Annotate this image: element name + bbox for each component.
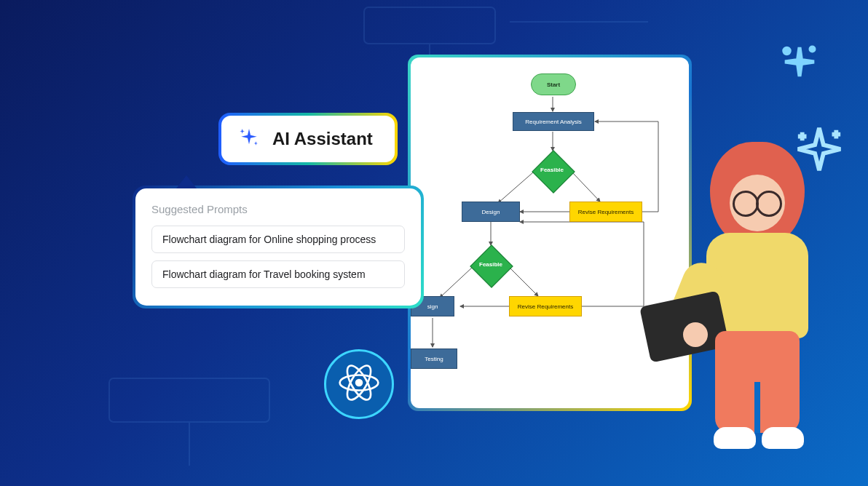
svg-point-4 bbox=[355, 379, 363, 387]
suggested-prompts-heading: Suggested Prompts bbox=[151, 203, 405, 215]
svg-rect-1 bbox=[109, 378, 269, 422]
ai-assistant-label: AI Assistant bbox=[272, 129, 373, 149]
flowchart-card: Start Requirement Analysis Feasible Desi… bbox=[408, 55, 692, 411]
glasses-icon bbox=[730, 194, 785, 212]
svg-point-3 bbox=[810, 47, 814, 51]
avatar-character bbox=[684, 142, 837, 455]
react-badge bbox=[324, 349, 394, 419]
svg-point-2 bbox=[784, 48, 790, 54]
flow-node-feasible-1[interactable] bbox=[532, 150, 575, 193]
svg-rect-0 bbox=[364, 7, 495, 44]
prompt-chip[interactable]: Flowchart diagram for Online shopping pr… bbox=[151, 226, 405, 253]
ai-assistant-pill[interactable]: AI Assistant bbox=[218, 113, 398, 165]
react-icon bbox=[338, 362, 380, 407]
suggested-prompts-panel: Suggested Prompts Flowchart diagram for … bbox=[133, 186, 424, 308]
flow-node-feasible-2[interactable] bbox=[470, 244, 513, 287]
flow-node-revise-1[interactable]: Revise Requirements bbox=[569, 202, 642, 222]
flow-node-testing[interactable]: Testing bbox=[411, 348, 457, 369]
sparkle-icon bbox=[237, 126, 261, 152]
sparkle-icon bbox=[778, 44, 821, 87]
prompt-chip[interactable]: Flowchart diagram for Travel booking sys… bbox=[151, 260, 405, 288]
flow-node-requirement-analysis[interactable]: Requirement Analysis bbox=[513, 112, 594, 131]
flow-node-revise-2[interactable]: Revise Requirements bbox=[509, 296, 582, 316]
flow-node-design-1[interactable]: Design bbox=[462, 202, 520, 222]
flow-node-start[interactable]: Start bbox=[531, 73, 576, 95]
